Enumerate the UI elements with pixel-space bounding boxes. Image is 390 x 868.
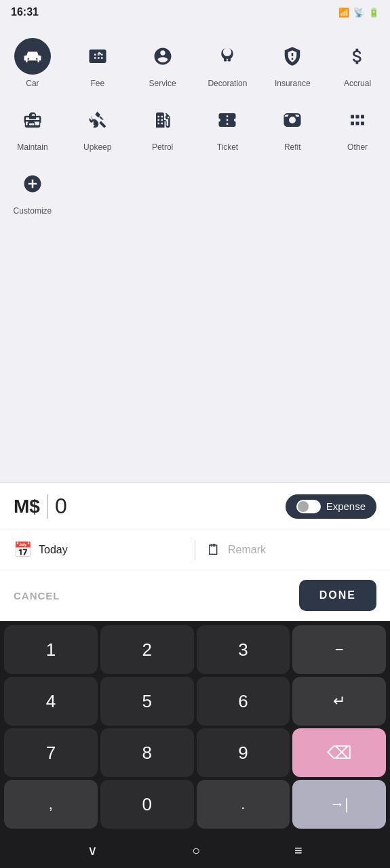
calendar-icon: 📅 (14, 541, 32, 559)
key-comma[interactable]: , (4, 780, 98, 829)
cancel-button[interactable]: CANCEL (14, 590, 299, 601)
key-minus[interactable]: − (292, 625, 386, 674)
key-5[interactable]: 5 (100, 677, 194, 726)
currency-symbol: M$ (14, 496, 40, 517)
status-icons: 📶 📡 🔋 (338, 7, 379, 18)
expense-toggle[interactable]: Expense (286, 494, 376, 519)
accrual-icon (347, 46, 368, 66)
insurance-label: Insurance (275, 79, 311, 88)
service-icon-wrap (144, 38, 181, 75)
date-remark-divider (195, 540, 195, 560)
service-icon (153, 46, 173, 66)
decoration-icon-wrap (209, 38, 246, 75)
maintain-icon-wrap (14, 102, 51, 138)
ticket-icon-wrap (209, 102, 246, 138)
date-text: Today (39, 544, 68, 556)
category-accrual[interactable]: Accrual (325, 31, 390, 95)
key-enter[interactable]: ↵ (292, 677, 386, 726)
maintain-icon (22, 110, 43, 130)
other-label: Other (347, 142, 368, 152)
signal-icon: 📶 (338, 7, 349, 18)
customize-label: Customize (14, 206, 52, 216)
category-refit[interactable]: Refit (260, 95, 325, 159)
category-fee[interactable]: Fee (65, 31, 130, 95)
amount-value: 0 (55, 494, 286, 519)
upkeep-icon (87, 110, 108, 130)
amount-row: M$ 0 Expense (0, 483, 390, 530)
accrual-icon-wrap (339, 38, 376, 75)
key-backspace[interactable]: ⌫ (292, 728, 386, 777)
back-button[interactable]: ∨ (87, 842, 98, 859)
category-maintain[interactable]: Maintain (0, 95, 65, 159)
fee-icon-wrap (79, 38, 116, 75)
key-tab[interactable]: →| (292, 780, 386, 829)
car-icon (22, 46, 43, 66)
category-insurance[interactable]: Insurance (260, 31, 325, 95)
service-label: Service (149, 79, 176, 88)
upkeep-label: Upkeep (83, 142, 111, 152)
key-9[interactable]: 9 (197, 728, 290, 777)
key-2[interactable]: 2 (100, 625, 194, 674)
wifi-icon: 📡 (353, 7, 364, 18)
fee-icon (87, 46, 108, 66)
refit-label: Refit (284, 142, 301, 152)
key-0[interactable]: 0 (100, 780, 194, 829)
category-car[interactable]: Car (0, 31, 65, 95)
action-row: CANCEL DONE (0, 570, 390, 621)
expense-label: Expense (326, 500, 366, 512)
plus-icon (22, 174, 43, 194)
status-bar: 16:31 📶 📡 🔋 (0, 0, 390, 24)
key-dot[interactable]: . (197, 780, 290, 829)
amount-divider (47, 494, 48, 519)
category-other[interactable]: Other (325, 95, 390, 159)
battery-icon: 🔋 (368, 7, 379, 18)
upkeep-icon-wrap (79, 102, 116, 138)
status-time: 16:31 (11, 6, 39, 18)
category-petrol[interactable]: Petrol (130, 95, 195, 159)
key-3[interactable]: 3 (197, 625, 290, 674)
toggle-knob (298, 501, 309, 512)
customize-icon-wrap (14, 165, 51, 202)
decoration-icon (217, 46, 237, 66)
menu-button[interactable]: ≡ (294, 843, 303, 859)
decoration-label: Decoration (208, 79, 247, 88)
petrol-label: Petrol (152, 142, 173, 152)
category-ticket[interactable]: Ticket (195, 95, 260, 159)
done-button[interactable]: DONE (299, 580, 376, 611)
date-remark-row: 📅 Today 🗒 Remark (0, 530, 390, 570)
petrol-icon-wrap (144, 102, 181, 138)
date-section[interactable]: 📅 Today (14, 541, 184, 559)
numpad: 1 2 3 − 4 5 6 ↵ 7 8 9 ⌫ , 0 . →| (0, 621, 390, 833)
remark-text: Remark (228, 544, 266, 556)
remark-section[interactable]: 🗒 Remark (206, 541, 376, 559)
ticket-icon (217, 110, 237, 130)
key-8[interactable]: 8 (100, 728, 194, 777)
category-customize[interactable]: Customize (0, 159, 65, 222)
accrual-label: Accrual (344, 79, 371, 88)
category-grid: Car Fee Service Decoration (0, 24, 390, 482)
fee-label: Fee (90, 79, 104, 88)
bottom-panel: M$ 0 Expense 📅 Today 🗒 Remark CANCEL DON… (0, 482, 390, 833)
system-nav-bar: ∨ ○ ≡ (0, 833, 390, 868)
petrol-icon (153, 110, 173, 130)
key-6[interactable]: 6 (197, 677, 290, 726)
category-service[interactable]: Service (130, 31, 195, 95)
key-4[interactable]: 4 (4, 677, 98, 726)
insurance-icon (282, 46, 303, 66)
category-decoration[interactable]: Decoration (195, 31, 260, 95)
car-icon-wrap (14, 38, 51, 75)
refit-icon (282, 110, 303, 130)
remark-icon: 🗒 (206, 541, 221, 559)
home-button[interactable]: ○ (192, 843, 200, 859)
key-7[interactable]: 7 (4, 728, 98, 777)
insurance-icon-wrap (274, 38, 311, 75)
refit-icon-wrap (274, 102, 311, 138)
key-1[interactable]: 1 (4, 625, 98, 674)
car-label: Car (26, 79, 39, 88)
ticket-label: Ticket (217, 142, 239, 152)
maintain-label: Maintain (17, 142, 47, 152)
toggle-switch[interactable] (296, 500, 321, 513)
other-icon-wrap (339, 102, 376, 138)
other-icon (347, 110, 368, 130)
category-upkeep[interactable]: Upkeep (65, 95, 130, 159)
